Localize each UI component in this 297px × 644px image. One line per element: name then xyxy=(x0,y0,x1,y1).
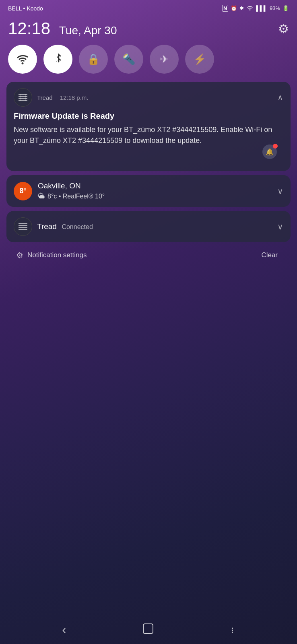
clear-label: Clear xyxy=(261,251,278,259)
weather-detail-text: 8°c • RealFeel® 10° xyxy=(47,193,105,200)
time-display: 12:18 xyxy=(8,19,50,38)
status-icons: N ⏰ ✱ ▌▌▌ 93% 🔋 xyxy=(222,5,289,12)
tread-connected-notification[interactable]: Tread Connected ∨ xyxy=(6,211,291,242)
wifi-signal-icon xyxy=(246,5,254,12)
tread-notif-header: Tread 12:18 p.m. ∧ xyxy=(14,88,283,107)
date-display: Tue, Apr 30 xyxy=(59,24,117,37)
tread-connected-text: Tread Connected xyxy=(37,222,272,231)
notification-settings-label: Notification settings xyxy=(27,251,87,259)
bottom-bar: ⚙ Notification settings Clear xyxy=(6,244,291,266)
notifications-list: Tread 12:18 p.m. ∧ Firmware Update is Re… xyxy=(0,82,297,242)
tread-connected-chevron[interactable]: ∨ xyxy=(277,222,283,231)
weather-chevron-down[interactable]: ∨ xyxy=(277,186,283,196)
svg-rect-1 xyxy=(19,96,27,97)
svg-rect-3 xyxy=(19,100,27,101)
tread-notif-time: 12:18 p.m. xyxy=(60,94,89,101)
nav-bar: ‹ ⫶ xyxy=(0,616,297,644)
flashlight-toggle[interactable]: 🔦 xyxy=(114,45,143,74)
tread-app-name: Tread xyxy=(37,94,53,101)
cloud-icon: 🌥 xyxy=(38,192,45,200)
tread-connected-icon xyxy=(14,217,32,236)
alarm-icon: ⏰ xyxy=(231,5,237,11)
notification-settings-btn[interactable]: ⚙ Notification settings xyxy=(16,250,87,260)
wifi-toggle[interactable] xyxy=(8,45,37,74)
svg-rect-5 xyxy=(19,225,27,226)
bluetooth-status-icon: ✱ xyxy=(239,5,244,11)
svg-rect-4 xyxy=(19,223,27,224)
weather-temp-circle: 8° xyxy=(14,182,32,200)
weather-temp-display: 8° xyxy=(19,187,26,195)
lock-rotation-toggle[interactable]: 🔒 xyxy=(79,45,108,74)
nfc-icon: N xyxy=(222,5,228,12)
datetime-display: 12:18 Tue, Apr 30 xyxy=(8,19,117,38)
recents-button[interactable]: ⫶ xyxy=(230,625,235,635)
datetime-row: 12:18 Tue, Apr 30 ⚙ xyxy=(0,15,297,45)
tread-notif-body: New software is available for your BT_zū… xyxy=(14,124,283,146)
tread-notif-chevron-up[interactable]: ∧ xyxy=(277,93,283,102)
battery-text: 93% xyxy=(270,5,280,11)
svg-rect-2 xyxy=(19,98,27,99)
bixby-toggle[interactable]: ⚡ xyxy=(185,45,214,74)
clear-button[interactable]: Clear xyxy=(258,250,281,261)
tread-app-name-2: Tread xyxy=(37,222,57,231)
weather-content: Oakville, ON 🌥 8°c • RealFeel® 10° xyxy=(38,182,272,200)
settings-gear-icon[interactable]: ⚙ xyxy=(278,22,289,36)
gear-icon-settings: ⚙ xyxy=(16,250,23,260)
tread-bell-icon[interactable]: 🔔 xyxy=(262,144,277,159)
quick-toggles: 🔒 🔦 ✈ ⚡ xyxy=(0,45,297,82)
weather-city: Oakville, ON xyxy=(38,182,272,190)
weather-notification[interactable]: 8° Oakville, ON 🌥 8°c • RealFeel® 10° ∨ xyxy=(6,175,291,207)
weather-details: 🌥 8°c • RealFeel® 10° xyxy=(38,192,272,200)
home-button[interactable] xyxy=(142,623,154,638)
tread-firmware-notification[interactable]: Tread 12:18 p.m. ∧ Firmware Update is Re… xyxy=(6,82,291,171)
signal-bars-icon: ▌▌▌ xyxy=(256,5,267,11)
tread-status-label: Connected xyxy=(62,223,93,230)
svg-rect-8 xyxy=(143,624,153,634)
status-bar: BELL • Koodo N ⏰ ✱ ▌▌▌ 93% 🔋 xyxy=(0,0,297,15)
svg-rect-7 xyxy=(19,229,27,230)
tread-notif-title: Firmware Update is Ready xyxy=(14,111,283,121)
carrier-text: BELL • Koodo xyxy=(8,5,43,12)
airplane-mode-toggle[interactable]: ✈ xyxy=(150,45,179,74)
tread-app-icon xyxy=(14,88,32,107)
bell-badge xyxy=(273,144,278,149)
battery-icon: 🔋 xyxy=(283,5,289,11)
back-button[interactable]: ‹ xyxy=(62,623,66,636)
tread-connected-row: Tread Connected ∨ xyxy=(14,217,283,236)
tread-notif-header-left: Tread 12:18 p.m. xyxy=(14,88,89,107)
svg-rect-0 xyxy=(19,94,27,95)
bluetooth-toggle[interactable] xyxy=(43,45,72,74)
svg-rect-6 xyxy=(19,227,27,228)
